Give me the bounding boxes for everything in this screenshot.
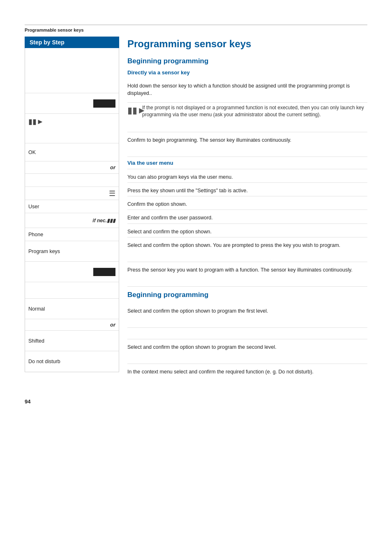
left-or2-row: or [25,319,119,331]
right-normal-row: Select and confirm the option shown to p… [127,303,367,328]
menu-icon: ☰ [109,189,115,198]
or-label-1: or [110,164,115,170]
left-also-row [25,174,119,187]
right-note-row: ▮▮► If the prompt is not displayed or a … [127,103,367,132]
right-menu-icon-row: Press the key shown until the "Settings"… [127,183,367,196]
sensor-key-hold-text: Hold down the sensor key to which a func… [127,80,367,97]
left-phone-row: Phone [25,228,119,241]
left-user-row: User [25,200,119,213]
right-or-row: Via the user menu [127,157,367,169]
via-user-menu-heading: Via the user menu [127,160,173,166]
right-user-row: Confirm the option shown. [127,196,367,210]
right-program-keys-row: Select and confirm the option shown. You… [127,237,367,262]
left-note-row: ▮▮► [25,114,119,143]
main-title: Programming sensor keys [127,38,367,50]
ok-label: OK [28,150,36,155]
main-layout: Step by Step ▮▮► OK or [25,37,367,389]
right-sensor-key-press: Press the sensor key you want to program… [127,262,367,287]
or-label-2: or [110,322,115,328]
program-keys-text: Select and confirm the option shown. You… [127,239,340,249]
user-text: Confirm the option shown. [127,198,187,208]
shifted-label: Shifted [28,338,44,344]
page: Programmable sensor keys Step by Step ▮▮… [0,0,392,555]
header-rule [25,25,367,25]
step-by-step-box: Step by Step [25,37,119,48]
left-items: ▮▮► OK or ☰ User [25,48,119,372]
right-shifted-row: Select and confirm the option shown to p… [127,339,367,364]
note-text: If the prompt is not displayed or a prog… [142,104,367,119]
left-normal-row: Normal [25,299,119,319]
left-ok-row: OK [25,143,119,161]
left-section2-spacer [25,282,119,299]
section2-title: Beginning programming [127,291,367,299]
ok-text: Confirm to begin programming. The sensor… [127,134,291,144]
page-header: Programmable sensor keys [25,25,367,32]
subsection1-title: Directly via a sensor key [127,69,367,76]
if-nec-label: if nec.▮▮▮ [92,218,115,223]
program-keys-label: Program keys [28,249,60,254]
if-nec-text: Enter and confirm the user password. [127,212,213,221]
left-or-row: or [25,161,119,174]
right-ok-row: Confirm to begin programming. The sensor… [127,132,367,157]
section1-title: Beginning programming [127,57,367,65]
right-col: Programming sensor keys Beginning progra… [119,37,367,389]
phone-text: Select and confirm the option shown. [127,226,212,235]
normal-label: Normal [28,306,45,312]
right-phone-row: Select and confirm the option shown. [127,224,367,237]
left-spacer-title [25,48,119,93]
left-if-nec-row: if nec.▮▮▮ [25,213,119,228]
page-number: 94 [25,398,367,405]
header-label: Programmable sensor keys [25,28,367,32]
right-also-row: You can also program keys via the user m… [127,169,367,183]
left-program-keys-row: Program keys [25,241,119,262]
phone-label: Phone [28,232,43,237]
right-or2-row [127,328,367,339]
left-sensor-key-press [25,262,119,282]
left-do-not-disturb-row: Do not disturb [25,351,119,372]
user-label: User [28,204,39,210]
menu-icon-text: Press the key shown until the "Settings"… [127,184,248,194]
note-arrow-icon: ▮▮► [127,105,139,116]
right-sensor-key-hold: Hold down the sensor key to which a func… [127,78,367,103]
double-arrow-icon: ▮▮► [28,117,44,126]
also-text: You can also program keys via the user m… [127,171,233,181]
right-do-not-disturb-row: In the context menu select and confirm t… [127,364,367,389]
do-not-disturb-text: In the context menu select and confirm t… [127,366,314,375]
shifted-text: Select and confirm the option shown to p… [127,341,277,351]
normal-text: Select and confirm the option shown to p… [127,305,268,315]
sensor-key-press-text: Press the sensor key you want to program… [127,264,353,274]
do-not-disturb-label: Do not disturb [28,359,60,364]
left-sensor-key-hold [25,93,119,114]
black-rect-icon-2 [93,268,115,276]
left-menu-icon-row: ☰ [25,187,119,200]
right-if-nec-row: Enter and confirm the user password. [127,210,367,223]
black-rect-icon [93,99,115,108]
left-shifted-row: Shifted [25,331,119,351]
